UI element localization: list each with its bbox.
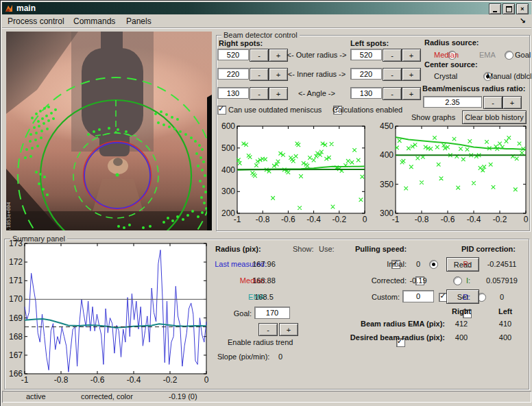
- dock-arrow-icon[interactable]: ↘: [520, 16, 526, 25]
- svg-text:170: 170: [9, 294, 23, 304]
- right-outer-radius-input[interactable]: [217, 49, 249, 60]
- right-spots-chart: -1-0.8-0.6-0.4-0.20300350400450: [375, 122, 530, 225]
- beam-left-header: Left: [489, 307, 522, 315]
- goal-input[interactable]: [254, 307, 290, 319]
- goal-plus-button[interactable]: +: [279, 323, 298, 336]
- pulling-speed-header: Pulling speed:: [355, 245, 407, 253]
- menu-commands[interactable]: Commands: [71, 16, 118, 26]
- outdated-meniscus-label: Can use outdated meniscus: [228, 106, 322, 114]
- svg-text:168: 168: [9, 332, 23, 342]
- pid-d-value: 0: [477, 293, 527, 301]
- left-outer-minus-button[interactable]: -: [383, 49, 402, 62]
- right-angle-input[interactable]: [217, 87, 249, 99]
- svg-text:-0.2: -0.2: [493, 215, 507, 224]
- radius-header: Radius (pix):: [215, 245, 261, 253]
- title-bar[interactable]: main ×: [2, 2, 531, 14]
- left-spots-chart: -1-0.8-0.6-0.4-0.20200300400500600: [217, 122, 369, 225]
- ratio-plus-button[interactable]: +: [503, 96, 522, 109]
- seed-rod: [71, 32, 154, 156]
- svg-text:-0.6: -0.6: [90, 375, 105, 385]
- svg-text:400: 400: [221, 165, 235, 175]
- svg-text:300: 300: [221, 187, 235, 196]
- svg-text:0: 0: [363, 215, 367, 224]
- ratio-minus-button[interactable]: -: [483, 96, 503, 109]
- svg-text:350: 350: [380, 180, 394, 189]
- close-button[interactable]: ×: [516, 3, 529, 14]
- svg-text:-0.2: -0.2: [332, 215, 346, 224]
- left-outer-plus-button[interactable]: +: [402, 49, 421, 62]
- angle-label: <- Angle ->: [285, 89, 348, 97]
- svg-text:0: 0: [524, 215, 529, 224]
- ratio-input[interactable]: [423, 96, 482, 108]
- svg-text:200: 200: [221, 208, 235, 218]
- desired-beam-label: Desired beam radius (pix):: [316, 333, 445, 342]
- slope-value: 0: [278, 353, 282, 361]
- initial-value: 0: [409, 260, 427, 268]
- left-inner-radius-input[interactable]: [350, 68, 382, 80]
- left-inner-plus-button[interactable]: +: [402, 68, 421, 81]
- svg-text:-0.6: -0.6: [441, 215, 455, 224]
- svg-text:-0.6: -0.6: [281, 215, 295, 224]
- left-angle-plus-button[interactable]: +: [402, 87, 421, 100]
- svg-text:-0.2: -0.2: [163, 375, 178, 385]
- svg-text:-0.8: -0.8: [415, 215, 429, 224]
- svg-text:0: 0: [204, 375, 209, 385]
- radius-source-label: Radius source:: [424, 38, 479, 47]
- maximize-button[interactable]: [503, 3, 515, 14]
- beam-ema-right-value: 412: [445, 320, 478, 328]
- radius-source-ema-label: EMA: [479, 51, 496, 59]
- minimize-button[interactable]: [489, 3, 501, 14]
- desired-beam-left-value: 400: [489, 333, 522, 342]
- close-icon: ×: [520, 5, 524, 12]
- svg-text:-0.4: -0.4: [306, 215, 321, 224]
- goal-label: Goal:: [206, 309, 252, 318]
- right-spots-label: Right spots:: [219, 39, 263, 47]
- camera-timestamp: 4.1853e+004: [6, 202, 12, 230]
- use-header: Use:: [319, 245, 335, 253]
- right-outer-minus-button[interactable]: -: [250, 49, 269, 62]
- calculations-enabled-label: Calculations enabled: [332, 106, 402, 114]
- enable-radius-trend-label: Enable radius trend: [228, 338, 293, 346]
- right-inner-minus-button[interactable]: -: [250, 68, 269, 81]
- svg-text:169: 169: [9, 313, 23, 323]
- app-window: main × Process control Commands Panels ↘: [0, 0, 532, 406]
- maximize-icon: [506, 6, 512, 12]
- camera-view[interactable]: 4.1853e+004: [6, 32, 212, 230]
- window-title: main: [16, 3, 36, 13]
- ratio-label: Beam/meniscus radius ratio:: [422, 84, 525, 93]
- left-angle-input[interactable]: [350, 87, 382, 99]
- svg-text:300: 300: [380, 208, 394, 218]
- left-inner-minus-button[interactable]: -: [383, 68, 402, 81]
- minimize-icon: [493, 11, 497, 12]
- right-inner-radius-input[interactable]: [217, 68, 249, 80]
- svg-text:500: 500: [221, 143, 235, 153]
- corrected-value: -0.19: [409, 276, 427, 285]
- center-dot: [116, 174, 119, 177]
- custom-speed-input[interactable]: [402, 290, 434, 302]
- outer-radius-label: <- Outer radius ->: [285, 51, 348, 59]
- svg-text:173: 173: [9, 239, 23, 248]
- svg-text:-0.8: -0.8: [54, 375, 69, 385]
- show-header: Show:: [293, 245, 314, 253]
- pedestal-top: [113, 158, 123, 166]
- svg-text:600: 600: [221, 122, 235, 131]
- inner-radius-label: <- Inner radius ->: [285, 70, 348, 78]
- svg-text:-0.4: -0.4: [467, 215, 481, 224]
- pid-i-label: I:: [453, 276, 470, 285]
- outdated-meniscus-checkbox[interactable]: [217, 106, 226, 115]
- pid-p-label: P:: [453, 260, 470, 268]
- menu-process-control[interactable]: Process control: [5, 16, 67, 26]
- menu-bar: Process control Commands Panels ↘: [2, 14, 531, 28]
- menu-panels[interactable]: Panels: [123, 16, 154, 26]
- last-measured-use-radio[interactable]: [429, 260, 438, 269]
- left-angle-minus-button[interactable]: -: [383, 87, 402, 100]
- right-angle-minus-button[interactable]: -: [250, 87, 269, 100]
- radius-source-median-label: Median: [434, 51, 459, 59]
- slope-label: Slope (pix/min):: [217, 353, 269, 361]
- last-measured-value: 167.96: [245, 260, 283, 268]
- summary-chart: -1-0.8-0.6-0.4-0.20166167168169170171172…: [8, 239, 210, 386]
- left-outer-radius-input[interactable]: [350, 49, 382, 60]
- goal-minus-button[interactable]: -: [258, 323, 278, 336]
- initial-label: Initial:: [357, 260, 407, 268]
- beam-right-header: Right: [445, 307, 478, 315]
